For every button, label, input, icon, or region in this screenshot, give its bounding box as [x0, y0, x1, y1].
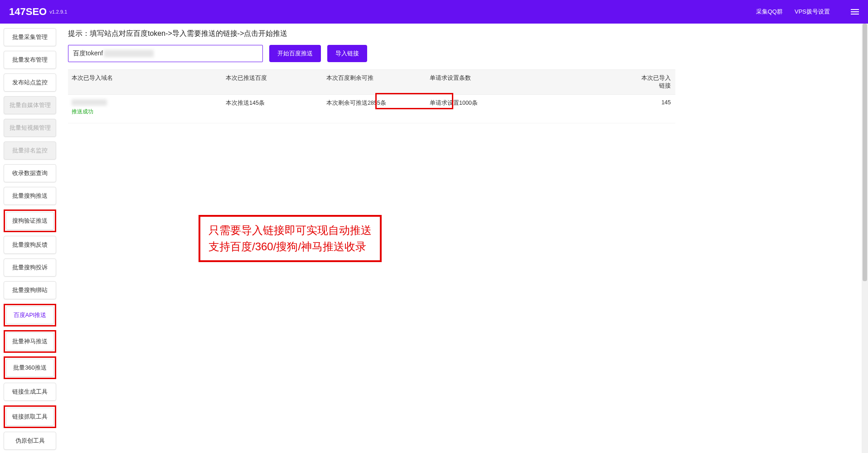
- th-imported: 本次已导入链接: [634, 70, 674, 94]
- domain-redacted: [72, 99, 107, 106]
- sidebar-item-sogou-push[interactable]: 批量搜狗推送: [4, 187, 56, 205]
- th-per-request: 单请求设置条数: [426, 70, 634, 94]
- sidebar-item-sogou-bindsite[interactable]: 批量搜狗绑站: [4, 281, 56, 299]
- import-links-button[interactable]: 导入链接: [327, 45, 367, 62]
- push-success-text: 推送成功: [72, 108, 218, 116]
- cell-remaining: 本次剩余可推送2855条: [323, 95, 426, 114]
- highlight-box: 批量神马推送: [4, 330, 56, 353]
- sidebar-item-selfmedia-manage: 批量自媒体管理: [4, 96, 56, 114]
- th-pushed: 本次已推送百度: [222, 70, 323, 94]
- link-vps-settings[interactable]: VPS拨号设置: [795, 8, 830, 16]
- sidebar-item-collect-manage[interactable]: 批量采集管理: [4, 28, 56, 46]
- sidebar-item-shenma-push[interactable]: 批量神马推送: [6, 332, 54, 351]
- annotation-line-2: 支持百度/360/搜狗/神马推送收录: [209, 239, 372, 255]
- highlight-box: 批量360推送: [4, 356, 56, 379]
- start-baidu-push-button[interactable]: 开始百度推送: [269, 45, 321, 62]
- highlight-box: 百度API推送: [4, 304, 56, 326]
- link-qq-group[interactable]: 采集QQ群: [756, 8, 783, 16]
- sidebar: 批量采集管理 批量发布管理 发布站点监控 批量自媒体管理 批量短视频管理 批量排…: [0, 24, 60, 453]
- sidebar-item-link-crawler[interactable]: 链接抓取工具: [6, 408, 54, 426]
- th-domain: 本次已导入域名: [68, 70, 222, 94]
- table-header: 本次已导入域名 本次已推送百度 本次百度剩余可推 单请求设置条数 本次已导入链接: [68, 69, 675, 95]
- sidebar-item-publish-manage[interactable]: 批量发布管理: [4, 51, 56, 69]
- annotation-line-1: 只需要导入链接即可实现自动推送: [209, 222, 372, 239]
- sidebar-item-sogou-complaint[interactable]: 批量搜狗投诉: [4, 258, 56, 277]
- app-version: v1.2.9.1: [49, 9, 67, 15]
- sidebar-item-shortvideo-manage: 批量短视频管理: [4, 119, 56, 137]
- app-header: 147SEO v1.2.9.1 采集QQ群 VPS拨号设置: [0, 0, 868, 24]
- sidebar-item-sogou-feedback[interactable]: 批量搜狗反馈: [4, 236, 56, 254]
- scrollbar-thumb[interactable]: [863, 24, 867, 281]
- sidebar-item-360-push[interactable]: 批量360推送: [6, 359, 54, 377]
- table-row: 推送成功 本次推送145条 本次剩余可推送2855条 单请求设置1000条 14…: [68, 95, 675, 123]
- sidebar-item-rank-monitor: 批量排名监控: [4, 141, 56, 160]
- app-title: 147SEO: [9, 6, 47, 18]
- sidebar-scrollbar[interactable]: [862, 24, 868, 453]
- sidebar-item-sogou-verify-push[interactable]: 搜狗验证推送: [6, 212, 54, 230]
- highlight-box: 搜狗验证推送: [4, 209, 56, 232]
- highlight-box: 链接抓取工具: [4, 405, 56, 428]
- sidebar-item-pseudo-original[interactable]: 伪原创工具: [4, 432, 56, 450]
- header-right-links: 采集QQ群 VPS拨号设置: [756, 8, 859, 16]
- push-table: 本次已导入域名 本次已推送百度 本次百度剩余可推 单请求设置条数 本次已导入链接…: [68, 69, 675, 123]
- cell-domain: 推送成功: [68, 95, 222, 123]
- cell-per-request: 单请求设置1000条: [426, 95, 634, 114]
- annotation-overlay: 只需要导入链接即可实现自动推送 支持百度/360/搜狗/神马推送收录: [199, 215, 382, 262]
- token-prefix-text: 百度tokenf: [73, 49, 103, 58]
- sidebar-item-site-monitor[interactable]: 发布站点监控: [4, 73, 56, 92]
- hamburger-icon[interactable]: [851, 8, 859, 16]
- sidebar-item-link-generator[interactable]: 链接生成工具: [4, 383, 56, 401]
- cell-imported: 145: [634, 95, 674, 113]
- sidebar-item-index-query[interactable]: 收录数据查询: [4, 164, 56, 182]
- sidebar-item-baidu-api-push[interactable]: 百度API推送: [6, 306, 54, 324]
- hint-text: 提示：填写站点对应百度token->导入需要推送的链接->点击开始推送: [68, 29, 868, 39]
- main-content: 提示：填写站点对应百度token->导入需要推送的链接->点击开始推送 百度to…: [60, 24, 868, 453]
- input-row: 百度tokenf 开始百度推送 导入链接: [68, 45, 868, 62]
- token-redacted: [104, 50, 154, 57]
- th-remaining: 本次百度剩余可推: [323, 70, 426, 94]
- baidu-token-input[interactable]: 百度tokenf: [68, 45, 263, 62]
- cell-pushed: 本次推送145条: [222, 95, 323, 114]
